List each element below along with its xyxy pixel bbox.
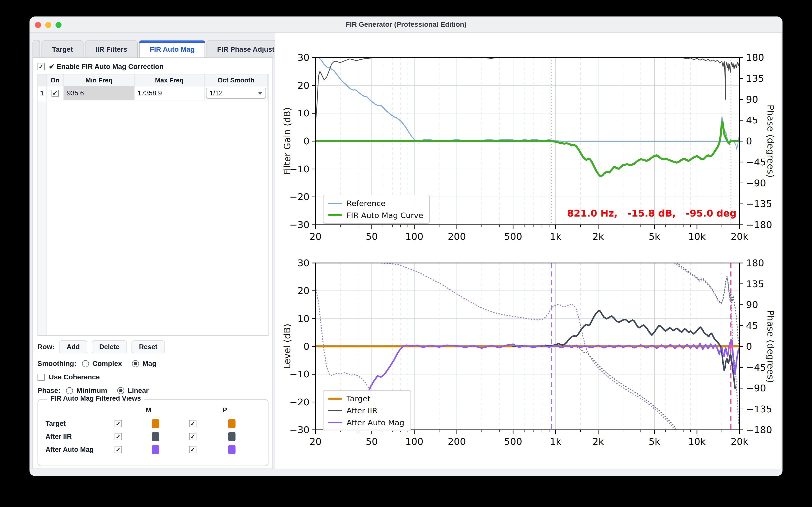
tab-target[interactable]: Target <box>42 41 84 58</box>
tab-fir-auto-mag[interactable]: FIR Auto Mag <box>139 41 205 58</box>
phase-linear-radio[interactable] <box>117 387 124 394</box>
smoothing-complex-label: Complex <box>93 360 122 368</box>
radio-option-mag[interactable]: Mag <box>132 360 156 368</box>
table-header-Max Freq: Max Freq <box>135 74 204 87</box>
legend-line-sample <box>328 203 342 204</box>
smoothing-complex-radio[interactable] <box>82 360 89 367</box>
chart-area: 20501002005001k2k5k10k20k−30−20−10010203… <box>275 33 781 469</box>
 <box>152 445 159 454</box>
[interactable]: ✓ <box>115 446 122 453</box>
[interactable]: ✓ <box>115 433 122 440</box>
svg-text:−20: −20 <box>290 397 309 408</box>
svg-text:100: 100 <box>405 436 423 447</box>
svg-text:200: 200 <box>448 436 466 447</box>
svg-text:5k: 5k <box>649 436 660 447</box>
legend-item-reference: Reference <box>328 199 423 208</box>
oct-smooth-dropdown[interactable]: 1/12 <box>206 88 266 99</box>
[interactable]: ✓ <box>115 420 122 427</box>
after-auto-mag-m-color-swatch[interactable] <box>152 445 159 454</box>
phase-minimum-radio[interactable] <box>66 387 73 394</box>
after-iir-m-color-swatch[interactable] <box>152 432 159 441</box>
legend-line-sample <box>328 214 342 216</box>
[interactable]: ✓ <box>189 420 197 427</box>
top-chart-phase-label: Phase (degrees) <box>765 105 776 178</box>
svg-text:20: 20 <box>298 285 309 296</box>
legend-item-after-auto-mag: After Auto Mag <box>328 418 405 427</box>
legend-label: FIR Auto Mag Curve <box>347 211 423 220</box>
enable-fir-auto-mag-checkbox[interactable]: ✓ <box>38 63 45 70</box>
svg-text:−180: −180 <box>746 424 772 435</box>
tab-overflow-stub[interactable] <box>33 40 40 58</box>
correction-bands-table: OnMin FreqMax FreqOct Smooth1✓935.617358… <box>38 74 268 336</box>
radio-option-complex[interactable]: Complex <box>82 360 122 368</box>
close-window-icon[interactable] <box>35 22 41 28</box>
[interactable]: ✓ <box>189 433 197 440</box>
after-auto-mag-p-color-swatch[interactable] <box>228 445 236 454</box>
filtered-views-col-header-p: P <box>222 406 227 414</box>
svg-text:5k: 5k <box>649 231 660 242</box>
svg-text:−30: −30 <box>290 424 309 435</box>
svg-text:20: 20 <box>309 436 321 447</box>
legend-line-sample <box>328 410 342 411</box>
add-row-button[interactable]: Add <box>59 340 87 353</box>
after-iir-p-color-swatch[interactable] <box>228 432 236 441</box>
delete-row-button[interactable]: Delete <box>92 340 127 353</box>
target-p-color-swatch[interactable] <box>228 419 236 428</box>
target-m-color-swatch[interactable] <box>152 419 159 428</box>
after-iir-m-checkbox[interactable]: ✓ <box>115 433 122 440</box>
target-m-checkbox[interactable]: ✓ <box>115 420 122 427</box>
[interactable]: ✓ <box>189 446 197 453</box>
svg-text:10k: 10k <box>688 231 706 242</box>
after-auto-mag-p-checkbox[interactable]: ✓ <box>189 446 197 453</box>
top-chart-ylabel: Filter Gain (dB) <box>282 107 292 175</box>
bottom-chart-ylabel: Level (dB) <box>282 324 292 369</box>
use-coherence-checkbox[interactable] <box>38 374 45 381</box>
target-p-checkbox[interactable]: ✓ <box>189 420 197 427</box>
zoom-window-icon[interactable] <box>55 22 61 28</box>
table-row: 1✓935.617358.91/12 <box>38 87 268 100</box>
svg-text:0: 0 <box>746 135 752 147</box>
svg-text:10k: 10k <box>688 436 706 447</box>
cursor-readout: 821.0 Hz, -15.8 dB, -95.0 deg <box>567 208 737 219</box>
max-freq-cell[interactable]: 17358.9 <box>135 87 204 100</box>
svg-text:200: 200 <box>448 231 466 242</box>
svg-text:500: 500 <box>504 231 522 242</box>
reset-row-button[interactable]: Reset <box>132 340 165 353</box>
 <box>228 432 236 441</box>
legend-item-fir-auto-mag-curve: FIR Auto Mag Curve <box>328 211 423 220</box>
radio-option-minimum[interactable]: Minimum <box>66 387 107 395</box>
smoothing-mag-label: Mag <box>143 360 156 368</box>
row-on-cell: ✓ <box>47 87 64 100</box>
svg-text:−45: −45 <box>746 362 766 373</box>
tab-iir-filters[interactable]: IIR Filters <box>85 41 138 58</box>
svg-text:2k: 2k <box>593 436 604 447</box>
svg-text:45: 45 <box>746 320 758 331</box>
svg-text:−135: −135 <box>746 198 772 209</box>
window-title: FIR Generator (Professional Edition) <box>346 20 466 29</box>
svg-text:−90: −90 <box>746 178 766 188</box>
 <box>228 419 236 428</box>
tab-fir-phase-adjust[interactable]: FIR Phase Adjust <box>206 41 285 58</box>
legend-label: After Auto Mag <box>347 418 405 427</box>
svg-text:1k: 1k <box>550 436 561 447</box>
oct-smooth-cell: 1/12 <box>204 87 268 100</box>
table-header-index <box>38 74 47 87</box>
smoothing-mag-radio[interactable] <box>132 360 139 367</box>
radio-option-linear[interactable]: Linear <box>117 387 149 395</box>
filtered-view-label-target: Target <box>46 420 66 428</box>
after-iir-p-checkbox[interactable]: ✓ <box>189 433 197 440</box>
svg-text:135: 135 <box>746 73 764 84</box>
after-auto-mag-m-checkbox[interactable]: ✓ <box>115 446 122 453</box>
row-on-checkbox[interactable]: ✓ <box>51 90 59 97</box>
svg-text:500: 500 <box>504 436 522 447</box>
legend-label: Reference <box>347 199 386 208</box>
app-window: FIR Generator (Professional Edition) Tar… <box>30 16 782 476</box>
svg-text:50: 50 <box>366 231 378 242</box>
minimize-window-icon[interactable] <box>45 22 51 28</box>
legend-item-after-iir: After IIR <box>328 406 405 415</box>
svg-text:135: 135 <box>746 278 764 289</box>
svg-text:180: 180 <box>746 258 764 269</box>
svg-text:−20: −20 <box>290 191 309 202</box>
chevron-down-icon <box>258 92 262 95</box>
min-freq-cell[interactable]: 935.6 <box>64 87 135 100</box>
